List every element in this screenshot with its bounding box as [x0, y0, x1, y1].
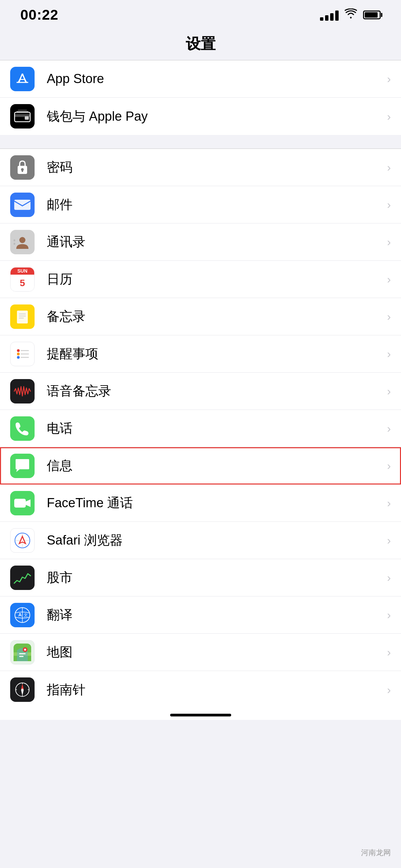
svg-rect-6 [22, 170, 23, 172]
list-item-stocks[interactable]: 股市 › [0, 559, 401, 596]
appstore-label: App Store [47, 72, 384, 86]
voicememos-label: 语音备忘录 [47, 382, 384, 400]
contacts-label: 通讯录 [47, 233, 384, 251]
stocks-chevron: › [387, 571, 391, 584]
home-bar [170, 714, 231, 716]
svg-point-9 [19, 237, 25, 243]
compass-label: 指南针 [47, 681, 384, 698]
svg-rect-11 [14, 243, 15, 245]
translate-icon: A 文 [10, 603, 35, 627]
list-item-maps[interactable]: 地图 › [0, 634, 401, 671]
messages-chevron: › [387, 459, 391, 472]
status-bar: 00:22 [0, 0, 401, 27]
appstore-chevron: › [387, 72, 391, 85]
list-item-translate[interactable]: A 文 翻译 › [0, 596, 401, 634]
list-item-password[interactable]: 密码 › [0, 149, 401, 186]
list-item-wallet[interactable]: 钱包与 Apple Pay › [0, 98, 401, 135]
maps-chevron: › [387, 646, 391, 659]
list-item-phone[interactable]: 电话 › [0, 410, 401, 447]
compass-icon [10, 677, 35, 702]
mail-label: 邮件 [47, 196, 384, 213]
safari-icon [10, 528, 35, 553]
compass-chevron: › [387, 683, 391, 696]
signal-icon [320, 9, 339, 21]
svg-point-17 [17, 353, 20, 355]
safari-label: Safari 浏览器 [47, 532, 384, 549]
facetime-chevron: › [387, 496, 391, 510]
calendar-label: 日历 [47, 271, 384, 288]
voicememos-icon [10, 379, 35, 403]
wallet-icon [10, 104, 35, 129]
phone-label: 电话 [47, 420, 384, 437]
mail-icon [10, 193, 35, 217]
messages-label: 信息 [47, 457, 384, 474]
facetime-label: FaceTime 通话 [47, 494, 384, 512]
list-item-reminders[interactable]: 提醒事项 › [0, 335, 401, 373]
svg-rect-12 [17, 311, 28, 323]
watermark: 河南龙网 [361, 848, 391, 858]
phone-icon [10, 416, 35, 441]
wallet-chevron: › [387, 110, 391, 123]
notes-chevron: › [387, 310, 391, 323]
contacts-chevron: › [387, 235, 391, 249]
section-1: A App Store › 钱包与 Apple Pay › [0, 60, 401, 135]
password-icon [10, 155, 35, 180]
password-label: 密码 [47, 159, 384, 176]
list-item-voicememos[interactable]: 语音备忘录 › [0, 373, 401, 410]
section-gap-1 [0, 135, 401, 149]
page-title: 设置 [0, 34, 401, 54]
svg-rect-22 [14, 499, 26, 508]
svg-point-18 [17, 356, 20, 359]
page-title-container: 设置 [0, 27, 401, 60]
notes-icon [10, 304, 35, 329]
stocks-icon [10, 566, 35, 590]
svg-point-36 [24, 649, 26, 651]
translate-chevron: › [387, 608, 391, 622]
wallet-label: 钱包与 Apple Pay [47, 108, 384, 125]
svg-text:A: A [18, 71, 26, 85]
calendar-chevron: › [387, 273, 391, 286]
reminders-chevron: › [387, 347, 391, 360]
svg-rect-7 [14, 200, 31, 210]
svg-rect-3 [25, 116, 29, 120]
battery-icon [363, 11, 381, 19]
mail-chevron: › [387, 198, 391, 211]
list-item-messages[interactable]: 信息 › [0, 447, 401, 485]
maps-label: 地图 [47, 644, 384, 661]
password-chevron: › [387, 161, 391, 174]
list-item-appstore[interactable]: A App Store › [0, 60, 401, 98]
safari-chevron: › [387, 534, 391, 547]
list-item-safari[interactable]: Safari 浏览器 › [0, 522, 401, 559]
list-item-calendar[interactable]: SUN 5 日历 › [0, 261, 401, 298]
list-item-facetime[interactable]: FaceTime 通话 › [0, 485, 401, 522]
svg-text:文: 文 [24, 613, 28, 617]
facetime-icon [10, 491, 35, 515]
list-item-compass[interactable]: 指南针 › [0, 671, 401, 708]
svg-point-40 [21, 689, 23, 691]
messages-icon [10, 454, 35, 478]
appstore-icon: A [10, 67, 35, 91]
svg-rect-10 [14, 239, 15, 241]
maps-icon [10, 640, 35, 665]
wifi-icon [345, 8, 357, 21]
reminders-label: 提醒事项 [47, 345, 384, 362]
translate-label: 翻译 [47, 606, 384, 624]
status-icons [320, 8, 381, 21]
stocks-label: 股市 [47, 569, 384, 586]
svg-text:A: A [18, 612, 22, 617]
status-time: 00:22 [20, 7, 58, 23]
contacts-icon [10, 230, 35, 254]
section-2: 密码 › 邮件 › 通讯录 › [0, 149, 401, 708]
svg-point-16 [17, 349, 20, 352]
list-item-notes[interactable]: 备忘录 › [0, 298, 401, 335]
home-indicator [0, 708, 401, 720]
calendar-icon: SUN 5 [10, 267, 35, 292]
list-item-contacts[interactable]: 通讯录 › [0, 223, 401, 261]
phone-chevron: › [387, 422, 391, 435]
notes-label: 备忘录 [47, 308, 384, 325]
reminders-icon [10, 342, 35, 366]
voicememos-chevron: › [387, 384, 391, 398]
list-item-mail[interactable]: 邮件 › [0, 186, 401, 223]
